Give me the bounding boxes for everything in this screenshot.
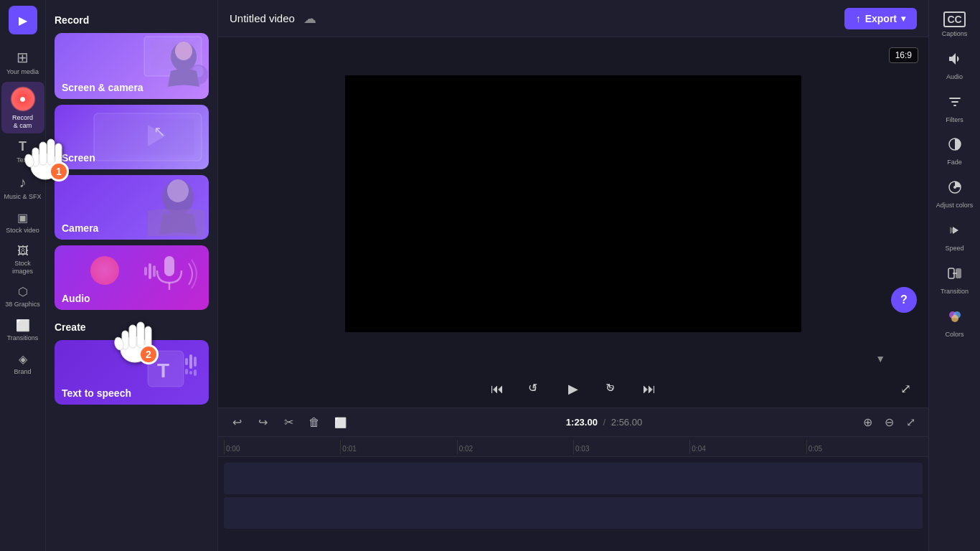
sidebar-item-text-label: Text — [17, 156, 29, 164]
play-icon: ▶ — [568, 381, 578, 397]
export-button[interactable]: ↑ Export ▾ — [844, 8, 917, 29]
ruler-mark-1: 0:01 — [340, 440, 456, 454]
record-section-title: Record — [55, 14, 209, 26]
undo-button[interactable]: ↩ — [227, 413, 247, 433]
video-title[interactable]: Untitled video — [230, 12, 295, 24]
play-button[interactable]: ▶ — [560, 376, 586, 402]
top-bar: Untitled video ☁ ↑ Export ▾ — [218, 0, 928, 37]
audio-tool-label: Audio — [946, 73, 963, 81]
svg-point-35 — [951, 315, 958, 322]
fade-tool[interactable]: Fade — [930, 131, 979, 172]
export-icon: ↑ — [856, 13, 861, 24]
screen-card[interactable]: ↖ Screen — [55, 105, 209, 169]
sidebar-item-graphics-label: 38 Graphics — [5, 301, 40, 309]
redo-icon: ↪ — [258, 415, 268, 429]
audio-card[interactable]: Audio — [55, 245, 209, 310]
redo-button[interactable]: ↪ — [253, 413, 273, 433]
text-icon: T — [19, 139, 27, 154]
cloud-save-icon[interactable]: ☁ — [303, 11, 316, 27]
ruler-mark-2: 0:02 — [457, 440, 573, 454]
collapse-panel-button[interactable]: ▼ — [875, 353, 885, 364]
camera-card[interactable]: Camera — [55, 175, 209, 240]
sidebar-item-brand-label: Brand — [14, 368, 31, 376]
forward-icon: ↻5 — [604, 380, 620, 399]
cut-button[interactable]: ✂ — [278, 413, 298, 433]
rewind-button[interactable]: ↺5 — [523, 377, 546, 400]
sidebar-item-record[interactable]: ● Record& cam — [1, 82, 44, 134]
adjust-colors-tool[interactable]: Adjust colors — [930, 174, 979, 215]
captions-tool[interactable]: CC Captions — [930, 6, 979, 44]
zoom-out-button[interactable]: ⊖ — [880, 413, 898, 432]
expand-icon: ⤢ — [900, 381, 911, 397]
timeline-tracks — [218, 457, 928, 551]
stock-images-icon: 🖼 — [17, 245, 29, 258]
sidebar-item-stock-images[interactable]: 🖼 Stock images — [1, 240, 44, 280]
clip-icon: ⬜ — [334, 417, 347, 428]
sidebar-item-stock-video[interactable]: ▣ Stock video — [1, 207, 44, 239]
music-icon: ♪ — [19, 174, 27, 191]
timeline-area: ↩ ↪ ✂ 🗑 ⬜ 1:23.00 / 2:56.00 ⊕ — [218, 408, 928, 551]
undo-icon: ↩ — [232, 415, 242, 429]
colors-icon — [947, 309, 963, 328]
timeline-toolbar: ↩ ↪ ✂ 🗑 ⬜ 1:23.00 / 2:56.00 ⊕ — [218, 408, 928, 437]
sidebar-item-music-label: Music & SFX — [4, 193, 42, 201]
delete-button[interactable]: 🗑 — [304, 413, 324, 433]
transition-tool[interactable]: Transition — [930, 260, 979, 301]
expand-preview-button[interactable]: ⤢ — [894, 377, 917, 400]
sidebar-item-your-media[interactable]: ⊞ Your media — [1, 44, 44, 80]
svg-rect-22 — [189, 371, 192, 375]
sidebar-item-brand[interactable]: ◈ Brand — [1, 348, 44, 380]
svg-point-30 — [953, 186, 956, 189]
filters-tool[interactable]: Filters — [930, 88, 979, 130]
transition-label: Transition — [941, 288, 969, 296]
svg-rect-21 — [185, 369, 188, 375]
fit-to-screen-button[interactable]: ⤢ — [901, 413, 920, 432]
svg-text:5: 5 — [532, 385, 537, 392]
fit-icon: ⤢ — [906, 415, 915, 429]
zoom-in-button[interactable]: ⊕ — [858, 413, 877, 432]
timeline-ruler: 0:00 0:01 0:02 0:03 0:04 0:05 — [218, 437, 928, 457]
timeline-track-1[interactable] — [224, 463, 923, 494]
screen-camera-card[interactable]: Screen & camera — [55, 33, 209, 99]
aspect-ratio-badge[interactable]: 16:9 — [889, 47, 918, 63]
fade-icon — [947, 136, 963, 156]
help-button[interactable]: ? — [891, 287, 917, 313]
tts-card[interactable]: T Text to speech — [55, 340, 209, 405]
app-logo[interactable]: ▶ — [9, 6, 37, 34]
speed-tool[interactable]: Speed — [930, 217, 979, 258]
sidebar-item-transitions[interactable]: ⬜ Transitions — [1, 314, 44, 347]
colors-tool[interactable]: Colors — [930, 303, 979, 344]
audio-tool[interactable]: Audio — [930, 45, 979, 87]
filters-label: Filters — [946, 116, 963, 124]
fade-label: Fade — [947, 159, 962, 166]
clip-button[interactable]: ⬜ — [330, 413, 350, 433]
screen-label: Screen — [55, 146, 103, 169]
sidebar-item-graphics[interactable]: ⬡ 38 Graphics — [1, 281, 44, 313]
adjust-colors-label: Adjust colors — [936, 202, 974, 209]
camera-label: Camera — [55, 217, 105, 240]
filters-icon — [947, 94, 963, 113]
sidebar-item-record-label: Record& cam — [12, 114, 33, 130]
transitions-icon: ⬜ — [16, 319, 30, 332]
forward-button[interactable]: ↻5 — [600, 377, 623, 400]
current-time: 1:23.00 — [566, 417, 598, 428]
record-panel: Record Screen & camera — [46, 0, 218, 551]
your-media-icon: ⊞ — [17, 49, 29, 66]
svg-rect-18 — [185, 358, 188, 365]
sidebar-item-transitions-label: Transitions — [7, 334, 39, 342]
colors-label: Colors — [945, 331, 963, 339]
ruler-mark-4: 0:04 — [689, 440, 806, 454]
svg-point-5 — [175, 42, 192, 60]
preview-area: 16:9 ? ▼ — [218, 37, 928, 370]
total-time: 2:56.00 — [611, 417, 642, 428]
speed-icon — [947, 222, 963, 242]
sidebar-item-music[interactable]: ♪ Music & SFX — [1, 170, 44, 205]
sidebar-item-text[interactable]: T Text — [1, 135, 44, 169]
skip-to-end-button[interactable]: ⏭ — [638, 377, 661, 400]
timeline-track-2[interactable] — [224, 497, 923, 529]
playback-controls: ⏮ ↺5 ▶ ↻5 ⏭ ⤢ — [218, 370, 928, 408]
skip-to-start-button[interactable]: ⏮ — [486, 377, 509, 400]
sidebar-item-stock-video-label: Stock video — [6, 227, 39, 235]
delete-icon: 🗑 — [308, 416, 320, 429]
zoom-out-icon: ⊖ — [885, 415, 894, 429]
